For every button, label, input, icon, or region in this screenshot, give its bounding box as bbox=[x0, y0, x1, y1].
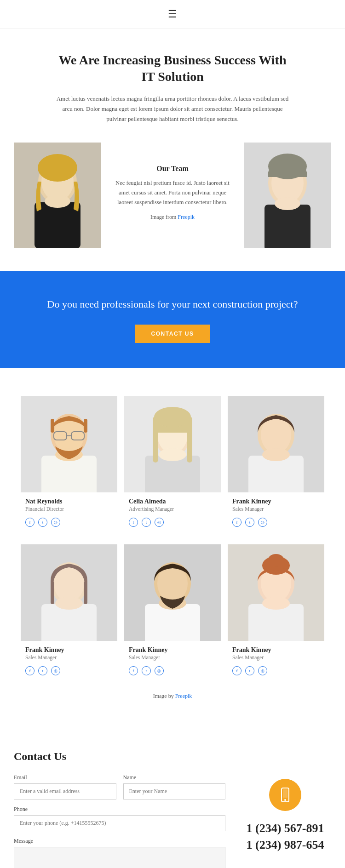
svg-rect-55 bbox=[283, 789, 288, 798]
team-grid-image-credit: Image by Freepik bbox=[14, 693, 331, 718]
phone-icon-circle bbox=[269, 779, 301, 811]
team-card-2: Celia Almeda Advertising Manager f t ◎ bbox=[124, 396, 221, 531]
svg-point-29 bbox=[154, 407, 191, 427]
instagram-icon-1[interactable]: ◎ bbox=[51, 518, 60, 527]
team-social-4: f t ◎ bbox=[21, 662, 117, 679]
name-group: Name bbox=[123, 774, 226, 799]
svg-rect-9 bbox=[264, 205, 310, 248]
team-card-img-4 bbox=[21, 544, 117, 641]
team-social-1: f t ◎ bbox=[21, 514, 117, 531]
twitter-icon-6[interactable]: t bbox=[245, 666, 254, 675]
cta-text: Do you need professionals for your next … bbox=[28, 297, 317, 312]
svg-rect-41 bbox=[84, 581, 87, 604]
team-intro-content: Our Team Nec feugiat nisl pretium fusce … bbox=[101, 155, 244, 235]
contact-form: Email Name Phone Message bbox=[14, 774, 225, 868]
svg-point-26 bbox=[159, 448, 186, 461]
svg-point-39 bbox=[55, 597, 83, 610]
phone-group: Phone bbox=[14, 806, 225, 831]
team-card-info-5: Frank Kinney Sales Manager bbox=[124, 641, 221, 662]
team-member-role-1: Financial Director bbox=[25, 506, 113, 512]
team-card-info-4: Frank Kinney Sales Manager bbox=[21, 641, 117, 662]
twitter-icon-1[interactable]: t bbox=[38, 518, 47, 527]
team-card-info-3: Frank Kinney Sales Manager bbox=[228, 492, 324, 514]
instagram-icon-2[interactable]: ◎ bbox=[155, 518, 164, 527]
phone-number-1: 1 (234) 567-891 bbox=[247, 820, 324, 837]
svg-point-5 bbox=[38, 154, 77, 182]
svg-rect-28 bbox=[187, 417, 192, 463]
twitter-icon-5[interactable]: t bbox=[142, 666, 151, 675]
svg-rect-17 bbox=[51, 419, 54, 433]
freepik-link[interactable]: Freepik bbox=[178, 214, 195, 220]
svg-point-10 bbox=[275, 197, 300, 210]
team-card-info-6: Frank Kinney Sales Manager bbox=[228, 641, 324, 662]
team-grid-section: Nat Reynolds Financial Director f t ◎ bbox=[0, 368, 345, 727]
twitter-icon-3[interactable]: t bbox=[245, 518, 254, 527]
svg-rect-27 bbox=[153, 417, 158, 463]
form-row-email-name: Email Name bbox=[14, 774, 225, 799]
team-image-credit: Image from Freepik bbox=[115, 212, 230, 222]
hero-section: We Are Increasing Business Success With … bbox=[0, 29, 345, 143]
freepik-link-grid[interactable]: Freepik bbox=[175, 693, 192, 699]
twitter-icon-4[interactable]: t bbox=[38, 666, 47, 675]
team-member-name-2: Celia Almeda bbox=[129, 498, 216, 505]
svg-point-53 bbox=[268, 554, 284, 567]
team-row-2: Frank Kinney Sales Manager f t ◎ bbox=[14, 544, 331, 679]
svg-point-4 bbox=[45, 195, 70, 208]
team-card-info-2: Celia Almeda Advertising Manager bbox=[124, 492, 221, 514]
phone-number-2: 1 (234) 987-654 bbox=[247, 837, 324, 853]
team-member-name-3: Frank Kinney bbox=[232, 498, 320, 505]
team-member-role-2: Advertising Manager bbox=[129, 506, 216, 512]
team-photo-right bbox=[244, 143, 331, 248]
team-card-img-6 bbox=[228, 544, 324, 641]
name-label: Name bbox=[123, 774, 226, 781]
twitter-icon-2[interactable]: t bbox=[142, 518, 151, 527]
team-card-img-2 bbox=[124, 396, 221, 492]
facebook-icon-4[interactable]: f bbox=[25, 666, 34, 675]
team-card-5: Frank Kinney Sales Manager f t ◎ bbox=[124, 544, 221, 679]
hero-description: Amet luctus venenatis lectus magna fring… bbox=[55, 94, 290, 124]
facebook-icon-1[interactable]: f bbox=[25, 518, 34, 527]
instagram-icon-4[interactable]: ◎ bbox=[51, 666, 60, 675]
email-group: Email bbox=[14, 774, 116, 799]
team-card-img-3 bbox=[228, 396, 324, 492]
facebook-icon-6[interactable]: f bbox=[232, 666, 242, 675]
form-row-phone: Phone bbox=[14, 806, 225, 831]
message-label: Message bbox=[14, 838, 225, 845]
svg-point-51 bbox=[262, 597, 290, 610]
contact-layout: Email Name Phone Message bbox=[14, 774, 331, 868]
team-card-1: Nat Reynolds Financial Director f t ◎ bbox=[21, 396, 117, 531]
team-member-name-6: Frank Kinney bbox=[232, 646, 320, 654]
hero-title: We Are Increasing Business Success With … bbox=[55, 52, 290, 86]
email-label: Email bbox=[14, 774, 116, 781]
cta-section: Do you need professionals for your next … bbox=[0, 271, 345, 368]
phone-icon bbox=[277, 787, 293, 803]
contact-us-button[interactable]: CONTACT US bbox=[135, 325, 211, 343]
team-card-4: Frank Kinney Sales Manager f t ◎ bbox=[21, 544, 117, 679]
team-row-1: Nat Reynolds Financial Director f t ◎ bbox=[14, 396, 331, 531]
facebook-icon-2[interactable]: f bbox=[129, 518, 138, 527]
team-social-5: f t ◎ bbox=[124, 662, 221, 679]
team-card-3: Frank Kinney Sales Manager f t ◎ bbox=[228, 396, 324, 531]
team-member-role-5: Sales Manager bbox=[129, 655, 216, 660]
phone-input[interactable] bbox=[14, 815, 225, 831]
menu-icon[interactable]: ☰ bbox=[168, 8, 177, 20]
team-member-role-3: Sales Manager bbox=[232, 506, 320, 512]
instagram-icon-5[interactable]: ◎ bbox=[155, 666, 164, 675]
message-input[interactable] bbox=[14, 847, 225, 868]
facebook-icon-5[interactable]: f bbox=[129, 666, 138, 675]
email-input[interactable] bbox=[14, 783, 116, 799]
instagram-icon-3[interactable]: ◎ bbox=[258, 518, 267, 527]
team-member-role-6: Sales Manager bbox=[232, 655, 320, 660]
team-social-3: f t ◎ bbox=[228, 514, 324, 531]
team-photo-left bbox=[14, 143, 101, 248]
message-group: Message bbox=[14, 838, 225, 868]
instagram-icon-6[interactable]: ◎ bbox=[258, 666, 267, 675]
team-card-img-1 bbox=[21, 396, 117, 492]
phone-label: Phone bbox=[14, 806, 225, 813]
team-social-2: f t ◎ bbox=[124, 514, 221, 531]
name-input[interactable] bbox=[123, 783, 226, 799]
team-member-name-5: Frank Kinney bbox=[129, 646, 216, 654]
contact-right: 1 (234) 567-891 1 (234) 987-654 bbox=[239, 774, 331, 868]
header: ☰ bbox=[0, 0, 345, 29]
facebook-icon-3[interactable]: f bbox=[232, 518, 242, 527]
